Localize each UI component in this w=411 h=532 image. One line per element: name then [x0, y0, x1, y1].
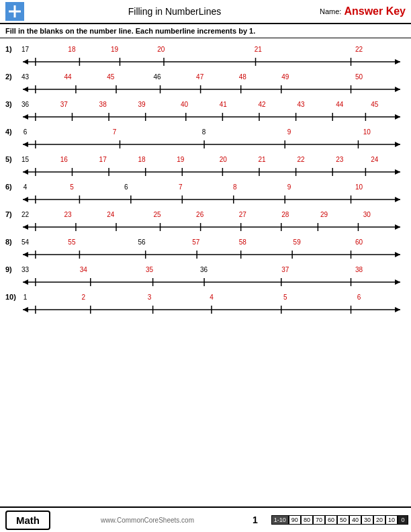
problem-1: 1)171819202122 — [5, 40, 406, 66]
page-number: 1 — [253, 515, 258, 525]
numberline-3 — [5, 109, 406, 121]
label-6-6: 10 — [355, 183, 363, 191]
label-7-7: 29 — [320, 211, 328, 218]
label-1-4: 21 — [255, 46, 262, 53]
label-5-8: 23 — [336, 156, 343, 163]
name-label: Name: — [320, 7, 341, 15]
svg-marker-99 — [23, 307, 28, 312]
labels-row-7: 7)222324252627282930 — [5, 205, 406, 218]
label-4-4: 10 — [363, 128, 371, 136]
logo-icon — [7, 4, 22, 19]
range-box-60[interactable]: 60 — [325, 515, 337, 525]
label-6-1: 5 — [70, 183, 74, 191]
numberline-svg-4 — [17, 136, 406, 148]
numberline-1 — [5, 54, 406, 66]
label-3-7: 43 — [297, 101, 304, 108]
label-2-6: 49 — [281, 73, 289, 81]
problem-3: 3)36373839404142434445 — [5, 95, 406, 121]
numberline-8 — [5, 247, 406, 259]
label-2-0: 43 — [21, 73, 29, 81]
numberline-4 — [5, 136, 406, 148]
label-4-3: 9 — [287, 128, 291, 136]
header: Filling in NumberLines Name: Answer Key — [0, 0, 411, 24]
svg-marker-81 — [395, 252, 400, 257]
label-2-4: 47 — [196, 73, 203, 81]
label-2-3: 46 — [154, 73, 161, 81]
labels-row-4: 4)678910 — [5, 122, 406, 136]
numberline-5 — [5, 164, 406, 176]
numberline-svg-9 — [17, 274, 406, 286]
number-labels-8: 54555657585960 — [17, 232, 406, 246]
label-5-2: 17 — [99, 156, 107, 163]
label-7-3: 25 — [154, 211, 161, 218]
label-7-2: 24 — [107, 211, 114, 218]
svg-marker-4 — [23, 59, 28, 64]
numberline-svg-10 — [17, 302, 406, 314]
label-1-1: 18 — [68, 46, 75, 53]
problem-6: 6)45678910 — [5, 177, 406, 204]
footer-url: www.CommonCoreSheets.com — [56, 517, 239, 524]
number-labels-10: 123456 — [17, 287, 406, 301]
numberline-7 — [5, 219, 406, 231]
number-labels-4: 678910 — [17, 122, 406, 136]
svg-marker-91 — [395, 279, 400, 285]
svg-marker-69 — [395, 224, 400, 230]
problem-10: 10)123456 — [5, 287, 406, 314]
label-2-7: 50 — [355, 73, 363, 81]
label-9-1: 34 — [80, 266, 87, 273]
math-label: Math — [5, 511, 50, 530]
label-3-4: 40 — [181, 101, 188, 108]
labels-row-1: 1)171819202122 — [5, 40, 406, 53]
label-4-2: 8 — [202, 128, 206, 136]
problem-num-9: 9) — [5, 266, 17, 273]
number-labels-9: 333435363738 — [17, 260, 406, 273]
label-9-4: 37 — [281, 266, 289, 273]
problem-9: 9)333435363738 — [5, 260, 406, 286]
label-5-5: 20 — [220, 156, 227, 163]
label-10-1: 2 — [81, 294, 85, 301]
range-box-20[interactable]: 20 — [373, 515, 385, 525]
svg-marker-24 — [23, 114, 28, 120]
label-3-1: 37 — [60, 101, 68, 108]
svg-marker-80 — [23, 252, 28, 257]
label-3-6: 42 — [259, 101, 266, 108]
svg-marker-5 — [395, 59, 400, 64]
label-8-6: 60 — [355, 238, 363, 246]
problem-5: 5)15161718192021222324 — [5, 150, 406, 176]
numberline-2 — [5, 81, 406, 93]
label-9-2: 35 — [146, 266, 153, 273]
number-labels-2: 4344454647484950 — [17, 67, 406, 81]
range-box-0[interactable]: 0 — [398, 515, 408, 525]
range-box-50[interactable]: 50 — [337, 515, 349, 525]
numberline-svg-1 — [17, 54, 406, 66]
label-5-1: 16 — [60, 156, 68, 163]
range-box-40[interactable]: 40 — [349, 515, 361, 525]
range-box-90[interactable]: 90 — [289, 515, 301, 525]
labels-row-5: 5)15161718192021222324 — [5, 150, 406, 163]
label-8-1: 55 — [68, 238, 75, 246]
svg-marker-90 — [23, 279, 28, 285]
range-box-80[interactable]: 80 — [301, 515, 313, 525]
problem-num-5: 5) — [5, 156, 17, 163]
range-box-1-10[interactable]: 1-10 — [271, 515, 289, 525]
label-6-0: 4 — [24, 183, 28, 191]
range-box-30[interactable]: 30 — [361, 515, 373, 525]
problem-4: 4)678910 — [5, 122, 406, 148]
footer: Math www.CommonCoreSheets.com 1 1-109080… — [0, 506, 411, 532]
labels-row-9: 9)333435363738 — [5, 260, 406, 273]
svg-marker-13 — [23, 87, 28, 92]
range-box-10[interactable]: 10 — [385, 515, 398, 525]
numberline-svg-7 — [17, 219, 406, 231]
svg-marker-38 — [395, 142, 400, 147]
problem-num-8: 8) — [5, 238, 17, 246]
label-2-1: 44 — [64, 73, 72, 81]
label-8-3: 57 — [192, 238, 199, 246]
label-5-0: 15 — [21, 156, 29, 163]
problem-num-4: 4) — [5, 128, 17, 136]
label-3-2: 38 — [99, 101, 107, 108]
range-box-70[interactable]: 70 — [313, 515, 325, 525]
label-8-4: 58 — [239, 238, 246, 246]
label-3-9: 45 — [371, 101, 378, 108]
label-10-0: 1 — [24, 294, 28, 301]
labels-row-6: 6)45678910 — [5, 177, 406, 191]
